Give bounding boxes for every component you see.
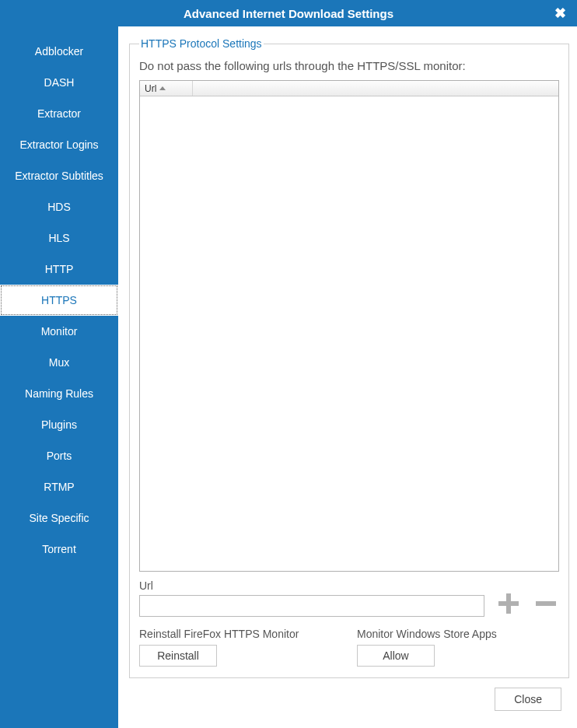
- remove-url-button[interactable]: [533, 590, 559, 617]
- window-title: Advanced Internet Download Settings: [184, 7, 393, 20]
- group-description: Do not pass the following urls through t…: [139, 59, 559, 72]
- sidebar-item-http[interactable]: HTTP: [0, 254, 118, 285]
- group-legend: HTTPS Protocol Settings: [139, 37, 264, 50]
- sidebar-item-naming-rules[interactable]: Naming Rules: [0, 378, 118, 409]
- allow-block: Monitor Windows Store Apps Allow: [357, 628, 559, 667]
- reinstall-button[interactable]: Reinstall: [139, 645, 217, 667]
- bottom-row: Reinstall FireFox HTTPS Monitor Reinstal…: [139, 628, 559, 667]
- sidebar: Adblocker DASH Extractor Extractor Login…: [0, 26, 118, 728]
- svg-rect-1: [498, 601, 519, 606]
- sidebar-item-mux[interactable]: Mux: [0, 347, 118, 378]
- reinstall-label: Reinstall FireFox HTTPS Monitor: [139, 628, 341, 640]
- https-protocol-settings-group: HTTPS Protocol Settings Do not pass the …: [129, 37, 569, 678]
- sidebar-item-extractor-subtitles[interactable]: Extractor Subtitles: [0, 160, 118, 191]
- sort-ascending-icon: [159, 86, 166, 90]
- footer: Close: [129, 678, 569, 720]
- sidebar-item-monitor[interactable]: Monitor: [0, 316, 118, 347]
- minus-icon: [533, 590, 559, 617]
- sidebar-item-hls[interactable]: HLS: [0, 222, 118, 254]
- body-area: Adblocker DASH Extractor Extractor Login…: [0, 26, 577, 728]
- url-input-label: Url: [139, 579, 484, 592]
- sidebar-item-adblocker[interactable]: Adblocker: [0, 36, 118, 67]
- sidebar-item-site-specific[interactable]: Site Specific: [0, 502, 118, 534]
- allow-label: Monitor Windows Store Apps: [357, 628, 559, 640]
- titlebar: Advanced Internet Download Settings ✖: [0, 0, 577, 26]
- url-table: Url: [139, 80, 559, 572]
- sidebar-item-extractor-logins[interactable]: Extractor Logins: [0, 129, 118, 160]
- url-column-header[interactable]: Url: [140, 81, 193, 96]
- url-input-row: Url: [139, 579, 559, 617]
- url-input[interactable]: [139, 595, 484, 617]
- plus-icon: [495, 590, 522, 617]
- sidebar-item-https[interactable]: HTTPS: [0, 285, 118, 316]
- sidebar-item-hds[interactable]: HDS: [0, 191, 118, 222]
- close-icon[interactable]: ✖: [554, 5, 566, 22]
- url-table-body[interactable]: [140, 96, 558, 571]
- sidebar-item-rtmp[interactable]: RTMP: [0, 471, 118, 502]
- url-table-header: Url: [140, 81, 558, 96]
- url-input-block: Url: [139, 579, 484, 617]
- close-button[interactable]: Close: [495, 688, 561, 711]
- sidebar-item-torrent[interactable]: Torrent: [0, 534, 118, 565]
- allow-button[interactable]: Allow: [357, 645, 435, 667]
- add-url-button[interactable]: [495, 590, 522, 617]
- url-column-spacer: [193, 81, 558, 96]
- svg-rect-2: [536, 601, 556, 606]
- sidebar-item-extractor[interactable]: Extractor: [0, 98, 118, 129]
- sidebar-item-plugins[interactable]: Plugins: [0, 409, 118, 440]
- sidebar-item-dash[interactable]: DASH: [0, 67, 118, 98]
- main-panel: HTTPS Protocol Settings Do not pass the …: [118, 26, 577, 728]
- sidebar-item-ports[interactable]: Ports: [0, 440, 118, 471]
- reinstall-block: Reinstall FireFox HTTPS Monitor Reinstal…: [139, 628, 341, 667]
- url-column-label: Url: [145, 83, 156, 94]
